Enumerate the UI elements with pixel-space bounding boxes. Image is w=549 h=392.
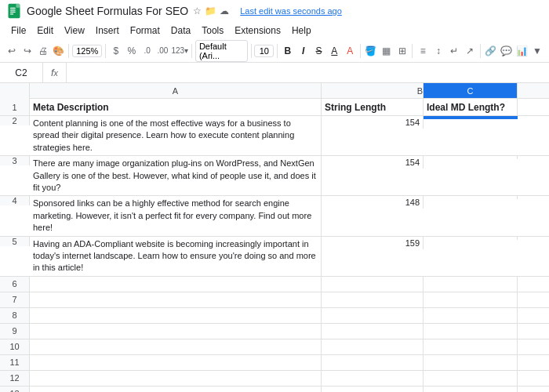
cell-b2[interactable]: 154 bbox=[322, 116, 424, 129]
undo-button[interactable]: ↩ bbox=[5, 42, 19, 60]
row-number[interactable]: 7 bbox=[0, 292, 30, 307]
row-number[interactable]: 13 bbox=[0, 387, 30, 392]
menu-extensions[interactable]: Extensions bbox=[230, 24, 285, 38]
comment-button[interactable]: 💬 bbox=[499, 42, 513, 60]
chart-button[interactable]: 📊 bbox=[514, 42, 529, 60]
cell-c5[interactable] bbox=[424, 237, 518, 240]
row-number[interactable]: 8 bbox=[0, 308, 30, 323]
row-number[interactable]: 11 bbox=[0, 355, 30, 370]
col-header-c[interactable]: C bbox=[424, 83, 518, 98]
cell-a5[interactable]: Having an ADA-Compliant website is becom… bbox=[30, 237, 322, 276]
row-number[interactable]: 12 bbox=[0, 371, 30, 386]
border-button[interactable]: ▦ bbox=[380, 42, 394, 60]
last-edit-label[interactable]: Last edit was seconds ago bbox=[240, 6, 342, 16]
header-string-length[interactable]: String Length bbox=[322, 99, 424, 115]
redo-button[interactable]: ↪ bbox=[20, 42, 35, 60]
wrap-button[interactable]: ↵ bbox=[447, 42, 461, 60]
cell-a-empty[interactable] bbox=[30, 387, 322, 392]
menu-format[interactable]: Format bbox=[125, 24, 165, 38]
menu-file[interactable]: File bbox=[6, 24, 31, 38]
link-button[interactable]: 🔗 bbox=[483, 42, 497, 60]
cell-b-empty[interactable] bbox=[322, 308, 424, 323]
col-header-a[interactable]: A bbox=[30, 83, 322, 98]
dec-increase-button[interactable]: .00 bbox=[156, 42, 170, 60]
menu-insert[interactable]: Insert bbox=[91, 24, 124, 38]
star-icon[interactable]: ☆ bbox=[193, 5, 202, 16]
formula-input[interactable] bbox=[67, 67, 549, 78]
row-number[interactable]: 2 bbox=[0, 116, 30, 125]
cell-a-empty[interactable] bbox=[30, 355, 322, 370]
cell-a-empty[interactable] bbox=[30, 339, 322, 354]
merge-button[interactable]: ⊞ bbox=[395, 42, 409, 60]
header-ideal-md[interactable]: Ideal MD Length? bbox=[424, 99, 518, 115]
filter-button[interactable]: ▼ bbox=[530, 42, 544, 60]
cell-b-empty[interactable] bbox=[322, 324, 424, 339]
cell-a-empty[interactable] bbox=[30, 308, 322, 323]
cell-c-empty[interactable] bbox=[424, 339, 518, 354]
cell-a3[interactable]: There are many image organization plug-i… bbox=[30, 156, 322, 195]
row-number[interactable]: 6 bbox=[0, 277, 30, 292]
currency-button[interactable]: $ bbox=[109, 42, 123, 60]
valign-button[interactable]: ↕ bbox=[431, 42, 445, 60]
fill-color-button[interactable]: 🪣 bbox=[364, 42, 378, 60]
zoom-selector[interactable]: 125% bbox=[72, 45, 102, 57]
cell-c3[interactable] bbox=[424, 156, 518, 159]
format-number-button[interactable]: 123▾ bbox=[171, 42, 188, 60]
cell-a-empty[interactable] bbox=[30, 292, 322, 307]
col-header-b[interactable]: B bbox=[322, 83, 424, 98]
italic-button[interactable]: I bbox=[296, 42, 311, 60]
percent-button[interactable]: % bbox=[125, 42, 139, 60]
cell-b-empty[interactable] bbox=[322, 277, 424, 292]
text-color-button[interactable]: A bbox=[343, 42, 357, 60]
paint-format-button[interactable]: 🎨 bbox=[52, 42, 66, 60]
corner-cell[interactable] bbox=[0, 83, 30, 99]
cell-c-empty[interactable] bbox=[424, 324, 518, 339]
cell-a-empty[interactable] bbox=[30, 371, 322, 386]
menu-data[interactable]: Data bbox=[166, 24, 195, 38]
cell-b3[interactable]: 154 bbox=[322, 156, 424, 169]
spreadsheet: A B C 1 Meta Description String Length I… bbox=[0, 83, 549, 392]
cell-c-empty[interactable] bbox=[424, 371, 518, 386]
rotate-button[interactable]: ↗ bbox=[463, 42, 477, 60]
row-number[interactable]: 1 bbox=[0, 99, 30, 115]
header-meta-desc[interactable]: Meta Description bbox=[30, 99, 322, 115]
menu-edit[interactable]: Edit bbox=[32, 24, 58, 38]
print-button[interactable]: 🖨 bbox=[36, 42, 50, 60]
row-number[interactable]: 10 bbox=[0, 339, 30, 354]
cell-reference-box[interactable]: C2 bbox=[0, 63, 43, 83]
bold-button[interactable]: B bbox=[281, 42, 295, 60]
cell-b-empty[interactable] bbox=[322, 371, 424, 386]
cell-b5[interactable]: 159 bbox=[322, 237, 424, 249]
font-size-selector[interactable]: 10 bbox=[254, 45, 274, 57]
underline-button[interactable]: A bbox=[327, 42, 341, 60]
cell-c-empty[interactable] bbox=[424, 292, 518, 307]
dec-decrease-button[interactable]: .0 bbox=[140, 42, 155, 60]
cell-c-empty[interactable] bbox=[424, 387, 518, 392]
cell-b4[interactable]: 148 bbox=[322, 196, 424, 209]
font-selector[interactable]: Default (Ari... bbox=[195, 40, 248, 62]
cell-c-empty[interactable] bbox=[424, 277, 518, 292]
row-number[interactable]: 4 bbox=[0, 196, 30, 205]
menu-view[interactable]: View bbox=[60, 24, 89, 38]
menu-tools[interactable]: Tools bbox=[197, 24, 228, 38]
cell-b-empty[interactable] bbox=[322, 387, 424, 392]
cell-a2[interactable]: Content planning is one of the most effe… bbox=[30, 116, 322, 155]
cell-c2[interactable] bbox=[424, 116, 518, 119]
align-left-button[interactable]: ≡ bbox=[416, 42, 430, 60]
cell-c-empty[interactable] bbox=[424, 308, 518, 323]
cloud-icon[interactable]: ☁ bbox=[220, 5, 229, 16]
menu-help[interactable]: Help bbox=[287, 24, 316, 38]
cell-a4[interactable]: Sponsored links can be a highly effectiv… bbox=[30, 196, 322, 235]
cell-b-empty[interactable] bbox=[322, 355, 424, 370]
cell-a-empty[interactable] bbox=[30, 324, 322, 339]
folder-icon[interactable]: 📁 bbox=[205, 5, 216, 16]
row-number[interactable]: 3 bbox=[0, 156, 30, 165]
row-number[interactable]: 9 bbox=[0, 324, 30, 339]
cell-b-empty[interactable] bbox=[322, 292, 424, 307]
cell-c-empty[interactable] bbox=[424, 355, 518, 370]
cell-a-empty[interactable] bbox=[30, 277, 322, 292]
row-number[interactable]: 5 bbox=[0, 237, 30, 246]
cell-c4[interactable] bbox=[424, 196, 518, 199]
cell-b-empty[interactable] bbox=[322, 339, 424, 354]
strikethrough-button[interactable]: S bbox=[312, 42, 326, 60]
